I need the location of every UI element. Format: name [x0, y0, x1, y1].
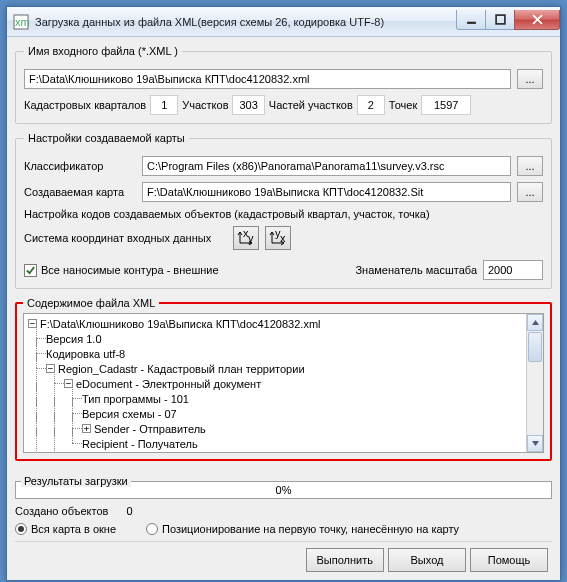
dialog-window: xml Загрузка данных из файла XML(версия … [6, 6, 561, 581]
kvartals-value: 1 [150, 95, 178, 115]
crs-label: Система координат входных данных [24, 232, 211, 244]
maximize-button[interactable] [485, 10, 515, 30]
tree-ptype[interactable]: Тип программы - 101 [82, 393, 189, 405]
outer-contours-checkbox[interactable]: Все наносимые контура - внешние [24, 264, 219, 277]
browse-created-map-button[interactable]: ... [517, 182, 543, 202]
scroll-down-button[interactable] [527, 435, 543, 452]
exit-button[interactable]: Выход [388, 548, 466, 572]
minimize-button[interactable] [456, 10, 486, 30]
opt-position-radio[interactable]: Позиционирование на первую точку, нанесё… [146, 523, 459, 535]
tree-edoc[interactable]: eDocument - Электронный документ [76, 378, 261, 390]
tree-recipient[interactable]: Recipient - Получатель [82, 438, 198, 450]
input-file-legend: Имя входного файла (*.XML ) [24, 45, 182, 57]
footer-buttons: Выполнить Выход Помощь [15, 541, 552, 574]
opt-position-label: Позиционирование на первую точку, нанесё… [162, 523, 459, 535]
map-settings-group: Настройки создаваемой карты Классификато… [15, 132, 552, 289]
svg-text:y: y [248, 232, 254, 244]
collapse-icon[interactable]: − [64, 379, 73, 388]
created-objects-value: 0 [126, 505, 132, 517]
crs-yx-button[interactable]: yx [265, 226, 291, 250]
scale-label: Знаменатель масштаба [355, 264, 477, 276]
collapse-icon[interactable]: − [46, 364, 55, 373]
opt-full-map-label: Вся карта в окне [31, 523, 116, 535]
crs-xy-button[interactable]: xy [233, 226, 259, 250]
parts-value: 2 [357, 95, 385, 115]
tree-version[interactable]: Версия 1.0 [46, 333, 102, 345]
xml-contents-group: Содержимое файла XML −F:\Data\Клюшниково… [15, 297, 552, 461]
scroll-thumb[interactable] [528, 332, 542, 362]
parcels-label: Участков [182, 99, 228, 111]
close-button[interactable] [514, 10, 560, 30]
points-label: Точек [389, 99, 417, 111]
created-map-field[interactable]: F:\Data\Клюшниково 19а\Выписка КПТ\doc41… [142, 182, 511, 202]
xml-contents-legend: Содержимое файла XML [23, 297, 159, 309]
input-file-path[interactable]: F:\Data\Клюшниково 19а\Выписка КПТ\doc41… [24, 69, 511, 89]
progress-text: 0% [276, 484, 292, 496]
tree-encoding[interactable]: Кодировка utf-8 [46, 348, 125, 360]
tree-scrollbar[interactable] [526, 314, 543, 452]
svg-text:xml: xml [15, 16, 29, 28]
xml-tree[interactable]: −F:\Data\Клюшниково 19а\Выписка КПТ\doc4… [23, 313, 544, 453]
parcels-value: 303 [232, 95, 264, 115]
scale-field[interactable]: 2000 [483, 260, 543, 280]
input-file-group: Имя входного файла (*.XML ) F:\Data\Клюш… [15, 45, 552, 124]
scroll-up-button[interactable] [527, 314, 543, 331]
parts-label: Частей участков [269, 99, 353, 111]
classifier-field[interactable]: C:\Program Files (x86)\Panorama\Panorama… [142, 156, 511, 176]
app-icon: xml [13, 14, 29, 30]
classifier-label: Классификатор [24, 160, 136, 172]
help-button[interactable]: Помощь [470, 548, 548, 572]
window-title: Загрузка данных из файла XML(версия схем… [35, 16, 457, 28]
tree-region[interactable]: Region_Cadastr - Кадастровый план террит… [58, 363, 305, 375]
browse-input-button[interactable]: ... [517, 69, 543, 89]
codes-hint: Настройка кодов создаваемых объектов (ка… [24, 208, 430, 220]
tree-sender[interactable]: Sender - Отправитель [94, 423, 206, 435]
collapse-icon[interactable]: − [28, 319, 37, 328]
svg-rect-2 [467, 21, 476, 23]
tree-schemaver[interactable]: Версия схемы - 07 [82, 408, 177, 420]
created-objects-label: Создано объектов [15, 505, 108, 517]
results-legend: Результаты загрузки [21, 475, 131, 487]
svg-rect-3 [496, 15, 505, 24]
expand-icon[interactable]: + [82, 424, 91, 433]
titlebar[interactable]: xml Загрузка данных из файла XML(версия … [7, 7, 560, 37]
created-map-label: Создаваемая карта [24, 186, 136, 198]
browse-classifier-button[interactable]: ... [517, 156, 543, 176]
opt-full-map-radio[interactable]: Вся карта в окне [15, 523, 116, 535]
client-area: Имя входного файла (*.XML ) F:\Data\Клюш… [7, 37, 560, 580]
svg-text:x: x [280, 232, 286, 244]
window-buttons [457, 10, 560, 30]
tree-root[interactable]: F:\Data\Клюшниково 19а\Выписка КПТ\doc41… [40, 318, 320, 330]
outer-contours-label: Все наносимые контура - внешние [41, 264, 219, 276]
map-settings-legend: Настройки создаваемой карты [24, 132, 189, 144]
kvartals-label: Кадастровых кварталов [24, 99, 146, 111]
run-button[interactable]: Выполнить [306, 548, 384, 572]
points-value: 1597 [421, 95, 471, 115]
